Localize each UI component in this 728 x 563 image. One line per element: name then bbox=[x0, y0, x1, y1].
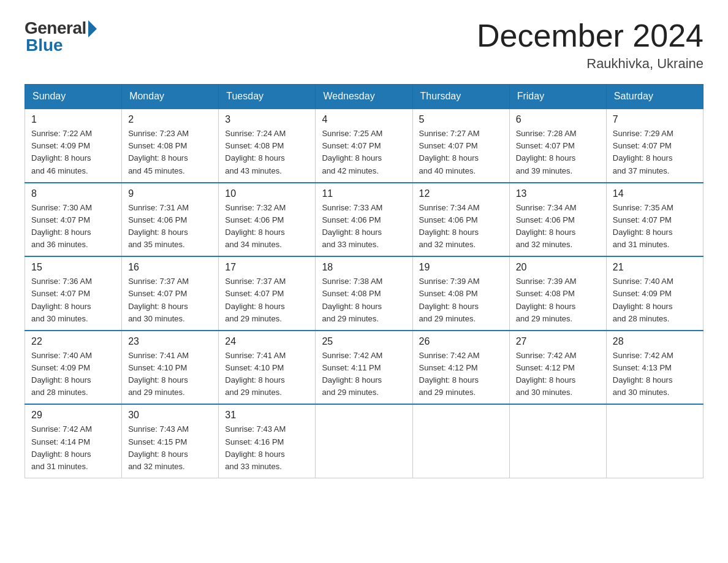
weekday-header-tuesday: Tuesday bbox=[219, 85, 316, 109]
day-info: Sunrise: 7:39 AMSunset: 4:08 PMDaylight:… bbox=[419, 277, 480, 323]
calendar-cell: 26 Sunrise: 7:42 AMSunset: 4:12 PMDaylig… bbox=[412, 331, 509, 405]
day-number: 10 bbox=[225, 188, 309, 199]
day-info: Sunrise: 7:30 AMSunset: 4:07 PMDaylight:… bbox=[31, 203, 92, 249]
page-header: General Blue December 2024 Raukhivka, Uk… bbox=[25, 18, 703, 72]
day-number: 14 bbox=[613, 188, 697, 199]
day-info: Sunrise: 7:37 AMSunset: 4:07 PMDaylight:… bbox=[128, 277, 189, 323]
day-info: Sunrise: 7:37 AMSunset: 4:07 PMDaylight:… bbox=[225, 277, 286, 323]
day-info: Sunrise: 7:24 AMSunset: 4:08 PMDaylight:… bbox=[225, 129, 286, 175]
day-info: Sunrise: 7:42 AMSunset: 4:14 PMDaylight:… bbox=[31, 424, 92, 470]
day-number: 1 bbox=[31, 114, 115, 125]
calendar-cell: 6 Sunrise: 7:28 AMSunset: 4:07 PMDayligh… bbox=[509, 109, 606, 183]
day-number: 11 bbox=[322, 188, 406, 199]
day-info: Sunrise: 7:41 AMSunset: 4:10 PMDaylight:… bbox=[225, 351, 286, 397]
week-row-1: 1 Sunrise: 7:22 AMSunset: 4:09 PMDayligh… bbox=[25, 109, 703, 183]
logo-arrow-icon bbox=[88, 20, 97, 37]
day-info: Sunrise: 7:40 AMSunset: 4:09 PMDaylight:… bbox=[613, 277, 673, 323]
calendar-cell: 16 Sunrise: 7:37 AMSunset: 4:07 PMDaylig… bbox=[122, 256, 219, 331]
day-info: Sunrise: 7:39 AMSunset: 4:08 PMDaylight:… bbox=[516, 277, 577, 323]
day-number: 12 bbox=[419, 188, 503, 199]
calendar-cell: 20 Sunrise: 7:39 AMSunset: 4:08 PMDaylig… bbox=[509, 256, 606, 331]
day-info: Sunrise: 7:42 AMSunset: 4:13 PMDaylight:… bbox=[613, 351, 673, 397]
day-info: Sunrise: 7:40 AMSunset: 4:09 PMDaylight:… bbox=[31, 351, 92, 397]
day-info: Sunrise: 7:42 AMSunset: 4:12 PMDaylight:… bbox=[516, 351, 577, 397]
calendar-cell: 15 Sunrise: 7:36 AMSunset: 4:07 PMDaylig… bbox=[25, 256, 122, 331]
calendar-cell bbox=[509, 404, 606, 478]
week-row-5: 29 Sunrise: 7:42 AMSunset: 4:14 PMDaylig… bbox=[25, 404, 703, 478]
weekday-header-monday: Monday bbox=[122, 85, 219, 109]
day-info: Sunrise: 7:41 AMSunset: 4:10 PMDaylight:… bbox=[128, 351, 189, 397]
calendar-cell: 17 Sunrise: 7:37 AMSunset: 4:07 PMDaylig… bbox=[219, 256, 316, 331]
calendar-cell: 29 Sunrise: 7:42 AMSunset: 4:14 PMDaylig… bbox=[25, 404, 122, 478]
day-number: 31 bbox=[225, 410, 309, 421]
day-info: Sunrise: 7:29 AMSunset: 4:07 PMDaylight:… bbox=[613, 129, 673, 175]
calendar-cell: 21 Sunrise: 7:40 AMSunset: 4:09 PMDaylig… bbox=[606, 256, 703, 331]
day-info: Sunrise: 7:25 AMSunset: 4:07 PMDaylight:… bbox=[322, 129, 382, 175]
week-row-4: 22 Sunrise: 7:40 AMSunset: 4:09 PMDaylig… bbox=[25, 331, 703, 405]
calendar-cell: 31 Sunrise: 7:43 AMSunset: 4:16 PMDaylig… bbox=[219, 404, 316, 478]
calendar-cell: 2 Sunrise: 7:23 AMSunset: 4:08 PMDayligh… bbox=[122, 109, 219, 183]
day-info: Sunrise: 7:22 AMSunset: 4:09 PMDaylight:… bbox=[31, 129, 92, 175]
logo-blue-text: Blue bbox=[26, 36, 63, 55]
calendar-cell: 28 Sunrise: 7:42 AMSunset: 4:13 PMDaylig… bbox=[606, 331, 703, 405]
calendar-cell: 14 Sunrise: 7:35 AMSunset: 4:07 PMDaylig… bbox=[606, 183, 703, 257]
weekday-header-friday: Friday bbox=[509, 85, 606, 109]
day-number: 25 bbox=[322, 336, 406, 347]
calendar-cell: 25 Sunrise: 7:42 AMSunset: 4:11 PMDaylig… bbox=[316, 331, 412, 405]
day-number: 15 bbox=[31, 262, 115, 273]
calendar-cell: 18 Sunrise: 7:38 AMSunset: 4:08 PMDaylig… bbox=[316, 256, 412, 331]
day-number: 22 bbox=[31, 336, 115, 347]
day-number: 17 bbox=[225, 262, 309, 273]
title-block: December 2024 Raukhivka, Ukraine bbox=[477, 18, 703, 72]
day-number: 27 bbox=[516, 336, 600, 347]
calendar-cell: 11 Sunrise: 7:33 AMSunset: 4:06 PMDaylig… bbox=[316, 183, 412, 257]
day-info: Sunrise: 7:27 AMSunset: 4:07 PMDaylight:… bbox=[419, 129, 480, 175]
day-info: Sunrise: 7:31 AMSunset: 4:06 PMDaylight:… bbox=[128, 203, 189, 249]
calendar-cell: 24 Sunrise: 7:41 AMSunset: 4:10 PMDaylig… bbox=[219, 331, 316, 405]
day-number: 20 bbox=[516, 262, 600, 273]
calendar-cell: 3 Sunrise: 7:24 AMSunset: 4:08 PMDayligh… bbox=[219, 109, 316, 183]
calendar-cell: 5 Sunrise: 7:27 AMSunset: 4:07 PMDayligh… bbox=[412, 109, 509, 183]
day-number: 30 bbox=[128, 410, 212, 421]
day-number: 19 bbox=[419, 262, 503, 273]
calendar-cell: 30 Sunrise: 7:43 AMSunset: 4:15 PMDaylig… bbox=[122, 404, 219, 478]
day-info: Sunrise: 7:42 AMSunset: 4:11 PMDaylight:… bbox=[322, 351, 382, 397]
day-number: 5 bbox=[419, 114, 503, 125]
calendar-cell: 4 Sunrise: 7:25 AMSunset: 4:07 PMDayligh… bbox=[316, 109, 412, 183]
day-info: Sunrise: 7:32 AMSunset: 4:06 PMDaylight:… bbox=[225, 203, 286, 249]
day-number: 2 bbox=[128, 114, 212, 125]
day-info: Sunrise: 7:35 AMSunset: 4:07 PMDaylight:… bbox=[613, 203, 673, 249]
day-info: Sunrise: 7:43 AMSunset: 4:16 PMDaylight:… bbox=[225, 424, 286, 470]
day-number: 6 bbox=[516, 114, 600, 125]
day-number: 24 bbox=[225, 336, 309, 347]
day-number: 9 bbox=[128, 188, 212, 199]
day-number: 26 bbox=[419, 336, 503, 347]
calendar-cell: 13 Sunrise: 7:34 AMSunset: 4:06 PMDaylig… bbox=[509, 183, 606, 257]
calendar-cell: 27 Sunrise: 7:42 AMSunset: 4:12 PMDaylig… bbox=[509, 331, 606, 405]
calendar-cell bbox=[316, 404, 412, 478]
calendar-cell: 19 Sunrise: 7:39 AMSunset: 4:08 PMDaylig… bbox=[412, 256, 509, 331]
calendar-cell: 1 Sunrise: 7:22 AMSunset: 4:09 PMDayligh… bbox=[25, 109, 122, 183]
day-info: Sunrise: 7:34 AMSunset: 4:06 PMDaylight:… bbox=[419, 203, 480, 249]
day-number: 3 bbox=[225, 114, 309, 125]
calendar-cell bbox=[606, 404, 703, 478]
day-number: 23 bbox=[128, 336, 212, 347]
calendar-cell: 7 Sunrise: 7:29 AMSunset: 4:07 PMDayligh… bbox=[606, 109, 703, 183]
location-title: Raukhivka, Ukraine bbox=[477, 56, 703, 72]
day-number: 28 bbox=[613, 336, 697, 347]
day-number: 16 bbox=[128, 262, 212, 273]
calendar-cell: 12 Sunrise: 7:34 AMSunset: 4:06 PMDaylig… bbox=[412, 183, 509, 257]
weekday-header-saturday: Saturday bbox=[606, 85, 703, 109]
calendar-cell bbox=[412, 404, 509, 478]
weekday-header-wednesday: Wednesday bbox=[316, 85, 412, 109]
calendar-cell: 22 Sunrise: 7:40 AMSunset: 4:09 PMDaylig… bbox=[25, 331, 122, 405]
calendar-table: SundayMondayTuesdayWednesdayThursdayFrid… bbox=[25, 84, 703, 478]
day-number: 4 bbox=[322, 114, 406, 125]
calendar-cell: 23 Sunrise: 7:41 AMSunset: 4:10 PMDaylig… bbox=[122, 331, 219, 405]
weekday-header-row: SundayMondayTuesdayWednesdayThursdayFrid… bbox=[25, 85, 703, 109]
day-info: Sunrise: 7:33 AMSunset: 4:06 PMDaylight:… bbox=[322, 203, 382, 249]
calendar-cell: 8 Sunrise: 7:30 AMSunset: 4:07 PMDayligh… bbox=[25, 183, 122, 257]
week-row-2: 8 Sunrise: 7:30 AMSunset: 4:07 PMDayligh… bbox=[25, 183, 703, 257]
day-info: Sunrise: 7:28 AMSunset: 4:07 PMDaylight:… bbox=[516, 129, 577, 175]
day-info: Sunrise: 7:42 AMSunset: 4:12 PMDaylight:… bbox=[419, 351, 480, 397]
